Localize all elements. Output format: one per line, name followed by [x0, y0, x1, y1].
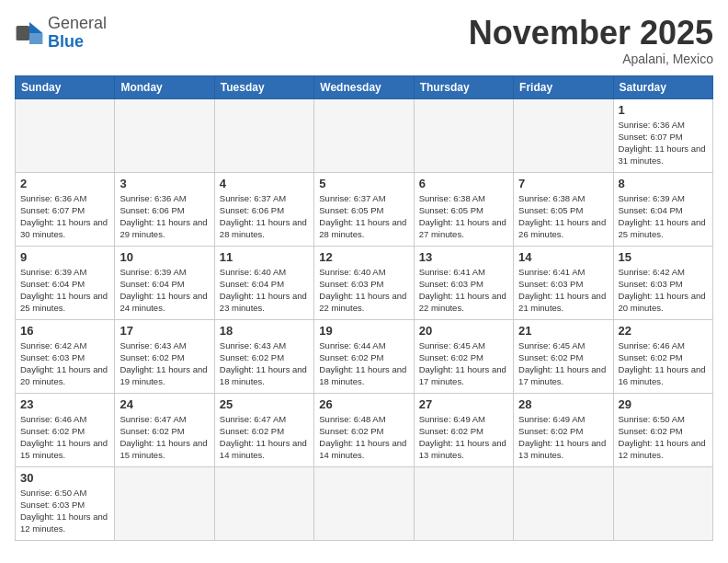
- day-info: Sunrise: 6:36 AMSunset: 6:07 PMDaylight:…: [619, 119, 708, 167]
- day-cell: 19Sunrise: 6:44 AMSunset: 6:02 PMDayligh…: [314, 319, 414, 393]
- day-cell: 29Sunrise: 6:50 AMSunset: 6:02 PMDayligh…: [613, 393, 712, 466]
- svg-rect-0: [17, 26, 29, 40]
- week-row-5: 30Sunrise: 6:50 AMSunset: 6:03 PMDayligh…: [16, 466, 713, 540]
- logo: General Blue: [15, 15, 107, 52]
- day-number: 14: [518, 250, 608, 264]
- svg-marker-2: [29, 33, 42, 44]
- day-info: Sunrise: 6:41 AMSunset: 6:03 PMDaylight:…: [419, 266, 508, 315]
- day-cell: [115, 466, 214, 540]
- day-cell: 12Sunrise: 6:40 AMSunset: 6:03 PMDayligh…: [314, 246, 414, 319]
- day-cell: 26Sunrise: 6:48 AMSunset: 6:02 PMDayligh…: [314, 393, 414, 466]
- weekday-header-saturday: Saturday: [613, 75, 712, 98]
- weekday-header-friday: Friday: [514, 75, 613, 98]
- day-info: Sunrise: 6:40 AMSunset: 6:03 PMDaylight:…: [319, 266, 408, 315]
- day-number: 13: [419, 250, 508, 264]
- day-cell: 24Sunrise: 6:47 AMSunset: 6:02 PMDayligh…: [115, 393, 214, 466]
- day-cell: [314, 466, 414, 540]
- day-cell: [514, 466, 613, 540]
- week-row-0: 1Sunrise: 6:36 AMSunset: 6:07 PMDaylight…: [16, 98, 713, 172]
- day-cell: 13Sunrise: 6:41 AMSunset: 6:03 PMDayligh…: [414, 246, 513, 319]
- day-number: 19: [319, 324, 408, 338]
- day-cell: [16, 98, 115, 172]
- day-cell: 18Sunrise: 6:43 AMSunset: 6:02 PMDayligh…: [214, 319, 313, 393]
- day-number: 27: [419, 397, 508, 411]
- day-number: 26: [319, 397, 408, 411]
- day-number: 22: [619, 324, 708, 338]
- day-cell: 30Sunrise: 6:50 AMSunset: 6:03 PMDayligh…: [16, 466, 115, 540]
- weekday-header-thursday: Thursday: [414, 75, 513, 98]
- day-cell: 8Sunrise: 6:39 AMSunset: 6:04 PMDaylight…: [613, 172, 712, 246]
- day-cell: 11Sunrise: 6:40 AMSunset: 6:04 PMDayligh…: [214, 246, 313, 319]
- day-cell: 6Sunrise: 6:38 AMSunset: 6:05 PMDaylight…: [414, 172, 513, 246]
- day-number: 24: [119, 397, 209, 411]
- day-cell: [115, 98, 214, 172]
- day-info: Sunrise: 6:48 AMSunset: 6:02 PMDaylight:…: [319, 413, 408, 462]
- day-number: 28: [518, 397, 608, 411]
- day-info: Sunrise: 6:47 AMSunset: 6:02 PMDaylight:…: [220, 413, 309, 462]
- day-info: Sunrise: 6:46 AMSunset: 6:02 PMDaylight:…: [20, 413, 109, 462]
- day-cell: 20Sunrise: 6:45 AMSunset: 6:02 PMDayligh…: [414, 319, 513, 393]
- day-info: Sunrise: 6:36 AMSunset: 6:07 PMDaylight:…: [20, 192, 109, 241]
- day-number: 16: [20, 324, 109, 338]
- day-info: Sunrise: 6:49 AMSunset: 6:02 PMDaylight:…: [419, 413, 508, 462]
- weekday-header-sunday: Sunday: [16, 75, 115, 98]
- day-info: Sunrise: 6:50 AMSunset: 6:02 PMDaylight:…: [619, 413, 708, 462]
- day-info: Sunrise: 6:50 AMSunset: 6:03 PMDaylight:…: [20, 487, 109, 535]
- day-number: 6: [419, 177, 508, 190]
- day-cell: 5Sunrise: 6:37 AMSunset: 6:05 PMDaylight…: [314, 172, 414, 246]
- day-info: Sunrise: 6:42 AMSunset: 6:03 PMDaylight:…: [619, 266, 708, 315]
- day-number: 17: [119, 324, 209, 338]
- weekday-header-tuesday: Tuesday: [214, 75, 313, 98]
- day-cell: 4Sunrise: 6:37 AMSunset: 6:06 PMDaylight…: [214, 172, 313, 246]
- day-info: Sunrise: 6:38 AMSunset: 6:05 PMDaylight:…: [518, 192, 608, 241]
- day-info: Sunrise: 6:37 AMSunset: 6:06 PMDaylight:…: [220, 192, 309, 241]
- day-cell: 27Sunrise: 6:49 AMSunset: 6:02 PMDayligh…: [414, 393, 513, 466]
- day-cell: 16Sunrise: 6:42 AMSunset: 6:03 PMDayligh…: [16, 319, 115, 393]
- day-cell: 25Sunrise: 6:47 AMSunset: 6:02 PMDayligh…: [214, 393, 313, 466]
- day-info: Sunrise: 6:45 AMSunset: 6:02 PMDaylight:…: [518, 339, 608, 388]
- day-cell: 22Sunrise: 6:46 AMSunset: 6:02 PMDayligh…: [613, 319, 712, 393]
- week-row-1: 2Sunrise: 6:36 AMSunset: 6:07 PMDaylight…: [16, 172, 713, 246]
- day-number: 29: [619, 397, 708, 411]
- logo-blue: Blue: [48, 33, 107, 52]
- day-cell: 7Sunrise: 6:38 AMSunset: 6:05 PMDaylight…: [514, 172, 613, 246]
- day-cell: 14Sunrise: 6:41 AMSunset: 6:03 PMDayligh…: [514, 246, 613, 319]
- page-header: General Blue November 2025 Apalani, Mexi…: [15, 15, 713, 66]
- day-info: Sunrise: 6:39 AMSunset: 6:04 PMDaylight:…: [619, 192, 708, 241]
- day-info: Sunrise: 6:38 AMSunset: 6:05 PMDaylight:…: [419, 192, 508, 241]
- day-number: 5: [319, 177, 408, 190]
- week-row-2: 9Sunrise: 6:39 AMSunset: 6:04 PMDaylight…: [16, 246, 713, 319]
- day-cell: [414, 466, 513, 540]
- day-cell: 9Sunrise: 6:39 AMSunset: 6:04 PMDaylight…: [16, 246, 115, 319]
- day-number: 2: [20, 177, 109, 190]
- day-number: 15: [619, 250, 708, 264]
- week-row-4: 23Sunrise: 6:46 AMSunset: 6:02 PMDayligh…: [16, 393, 713, 466]
- day-info: Sunrise: 6:39 AMSunset: 6:04 PMDaylight:…: [119, 266, 209, 315]
- day-number: 20: [419, 324, 508, 338]
- day-number: 18: [220, 324, 309, 338]
- weekday-header-wednesday: Wednesday: [314, 75, 414, 98]
- day-cell: 2Sunrise: 6:36 AMSunset: 6:07 PMDaylight…: [16, 172, 115, 246]
- logo-icon: [15, 18, 44, 48]
- day-info: Sunrise: 6:39 AMSunset: 6:04 PMDaylight:…: [20, 266, 109, 315]
- day-cell: 23Sunrise: 6:46 AMSunset: 6:02 PMDayligh…: [16, 393, 115, 466]
- day-number: 9: [20, 250, 109, 264]
- day-info: Sunrise: 6:46 AMSunset: 6:02 PMDaylight:…: [619, 339, 708, 388]
- day-info: Sunrise: 6:40 AMSunset: 6:04 PMDaylight:…: [220, 266, 309, 315]
- day-info: Sunrise: 6:43 AMSunset: 6:02 PMDaylight:…: [220, 339, 309, 388]
- day-cell: 21Sunrise: 6:45 AMSunset: 6:02 PMDayligh…: [514, 319, 613, 393]
- day-cell: [214, 466, 313, 540]
- day-cell: [514, 98, 613, 172]
- day-cell: 17Sunrise: 6:43 AMSunset: 6:02 PMDayligh…: [115, 319, 214, 393]
- logo-general: General: [48, 15, 107, 33]
- day-cell: [613, 466, 712, 540]
- day-info: Sunrise: 6:43 AMSunset: 6:02 PMDaylight:…: [119, 339, 209, 388]
- day-number: 7: [518, 177, 608, 190]
- month-title: November 2025: [469, 15, 713, 52]
- day-number: 21: [518, 324, 608, 338]
- day-cell: [214, 98, 313, 172]
- calendar: SundayMondayTuesdayWednesdayThursdayFrid…: [15, 75, 713, 541]
- day-cell: 1Sunrise: 6:36 AMSunset: 6:07 PMDaylight…: [613, 98, 712, 172]
- svg-marker-1: [29, 22, 42, 33]
- day-cell: [314, 98, 414, 172]
